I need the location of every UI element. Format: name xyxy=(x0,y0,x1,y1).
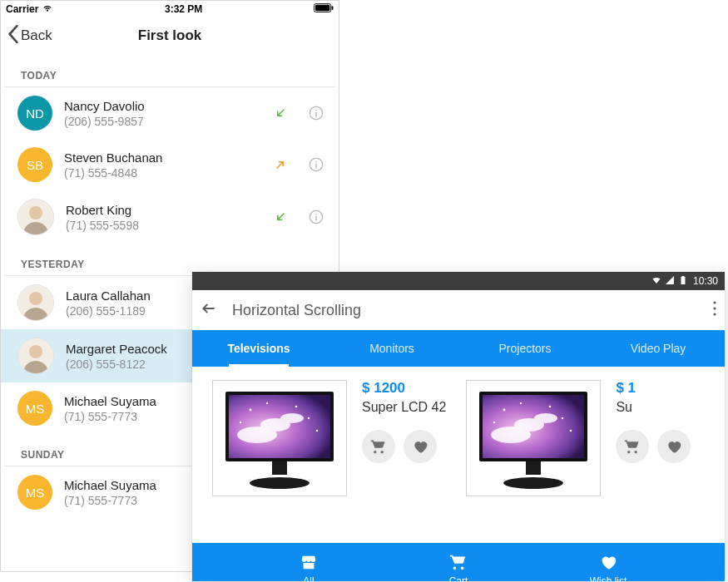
page-title: First look xyxy=(138,27,202,44)
contact-row[interactable]: NDNancy Davolio(206) 555-9857 xyxy=(1,87,339,139)
product-price: $ 1 xyxy=(616,380,636,397)
svg-rect-1 xyxy=(315,5,329,11)
contact-row[interactable]: Robert King(71) 555-5598 xyxy=(1,190,339,244)
contact-name: Robert King xyxy=(66,203,257,217)
battery-icon xyxy=(678,275,688,288)
clock: 10:30 xyxy=(693,275,718,287)
contact-name: Steven Buchanan xyxy=(64,150,257,165)
bottom-nav-label: Cart xyxy=(449,575,468,582)
overflow-menu-button[interactable] xyxy=(713,301,716,319)
info-button[interactable] xyxy=(304,105,329,121)
app-bar-title: Horizontal Scrolling xyxy=(232,302,698,319)
bottom-nav-wish-list[interactable]: Wish list xyxy=(571,553,646,582)
avatar xyxy=(17,338,54,374)
product-name: Super LCD 42 xyxy=(362,400,446,415)
back-button[interactable]: Back xyxy=(1,25,52,47)
avatar: ND xyxy=(17,96,52,131)
svg-point-30 xyxy=(250,477,310,489)
product-name: Su xyxy=(616,400,632,415)
avatar xyxy=(17,284,54,321)
android-device: 10:30 Horizontal Scrolling TelevisionsMo… xyxy=(192,272,725,581)
tab-video-play[interactable]: Video Play xyxy=(592,330,725,367)
bottom-nav-all[interactable]: All xyxy=(271,553,346,582)
contact-text: Steven Buchanan(71) 555-4848 xyxy=(64,150,257,180)
svg-point-4 xyxy=(315,110,317,111)
svg-point-8 xyxy=(29,206,42,219)
svg-point-17 xyxy=(713,313,716,315)
back-label: Back xyxy=(21,27,52,44)
cart-icon xyxy=(449,553,468,574)
svg-point-23 xyxy=(250,409,252,412)
call-in-icon xyxy=(269,210,292,224)
svg-point-40 xyxy=(570,430,572,432)
clock: 3:32 PM xyxy=(165,3,202,15)
svg-point-25 xyxy=(295,406,298,408)
product-image xyxy=(212,380,347,496)
add-to-wishlist-button[interactable] xyxy=(657,430,691,463)
contact-text: Nancy Davolio(206) 555-9857 xyxy=(64,99,257,128)
add-to-cart-button[interactable] xyxy=(616,430,649,463)
svg-point-10 xyxy=(315,214,317,215)
heart-icon xyxy=(599,553,617,574)
chevron-left-icon xyxy=(7,25,19,47)
svg-point-37 xyxy=(520,402,522,404)
contact-row[interactable]: SBSteven Buchanan(71) 555-4848 xyxy=(1,139,339,190)
svg-point-12 xyxy=(29,292,42,305)
bottom-nav: AllCartWish list xyxy=(192,543,725,581)
wifi-icon xyxy=(651,275,661,288)
android-status-bar: 10:30 xyxy=(192,272,725,290)
tab-projectors[interactable]: Projectors xyxy=(458,330,592,367)
avatar: MS xyxy=(17,475,52,510)
info-button[interactable] xyxy=(304,156,329,173)
svg-point-41 xyxy=(493,422,495,423)
svg-point-6 xyxy=(315,161,317,163)
svg-rect-29 xyxy=(272,461,287,475)
wifi-icon xyxy=(42,3,53,15)
info-button[interactable] xyxy=(304,209,329,225)
svg-point-38 xyxy=(549,406,552,408)
signal-icon xyxy=(665,275,675,288)
svg-point-39 xyxy=(562,417,563,419)
call-out-icon xyxy=(269,158,292,171)
avatar xyxy=(17,199,54,235)
contact-phone: (71) 555-5598 xyxy=(66,219,257,232)
call-in-icon xyxy=(269,106,292,120)
contact-phone: (71) 555-4848 xyxy=(64,166,257,180)
android-app-bar: Horizontal Scrolling xyxy=(192,290,725,330)
product-price: $ 1200 xyxy=(362,380,405,397)
bottom-nav-cart[interactable]: Cart xyxy=(421,553,496,582)
product-scroller[interactable]: $ 1200Super LCD 42 $ 1Su xyxy=(192,367,725,543)
svg-point-35 xyxy=(534,413,557,423)
bottom-nav-label: Wish list xyxy=(590,575,627,582)
store-icon xyxy=(300,553,318,574)
tab-monitors[interactable]: Monitors xyxy=(325,330,458,367)
product-card[interactable]: $ 1Su xyxy=(466,380,691,530)
svg-point-28 xyxy=(240,422,241,423)
svg-rect-42 xyxy=(526,461,541,475)
svg-point-36 xyxy=(503,409,506,412)
battery-icon xyxy=(314,3,334,15)
ios-nav-bar: Back First look xyxy=(1,17,339,55)
contact-name: Nancy Davolio xyxy=(64,99,257,113)
svg-point-27 xyxy=(316,430,319,432)
product-card[interactable]: $ 1200Super LCD 42 xyxy=(212,380,446,530)
add-to-wishlist-button[interactable] xyxy=(404,430,437,463)
contact-text: Robert King(71) 555-5598 xyxy=(66,203,257,232)
category-tabs: TelevisionsMonitorsProjectorsVideo Play xyxy=(192,330,725,367)
svg-point-15 xyxy=(713,301,716,303)
svg-point-43 xyxy=(503,477,563,489)
bottom-nav-label: All xyxy=(303,575,314,582)
svg-point-14 xyxy=(29,345,42,358)
tab-televisions[interactable]: Televisions xyxy=(192,330,325,367)
svg-point-22 xyxy=(280,413,304,423)
product-image xyxy=(466,380,601,496)
back-button[interactable] xyxy=(201,300,217,320)
product-info: $ 1200Super LCD 42 xyxy=(362,380,446,463)
ios-status-bar: Carrier 3:32 PM xyxy=(1,1,339,17)
svg-point-26 xyxy=(308,417,310,419)
carrier-label: Carrier xyxy=(6,3,38,15)
product-info: $ 1Su xyxy=(616,380,691,463)
add-to-cart-button[interactable] xyxy=(362,430,395,463)
svg-point-24 xyxy=(266,402,268,404)
contact-phone: (206) 555-9857 xyxy=(64,115,257,128)
